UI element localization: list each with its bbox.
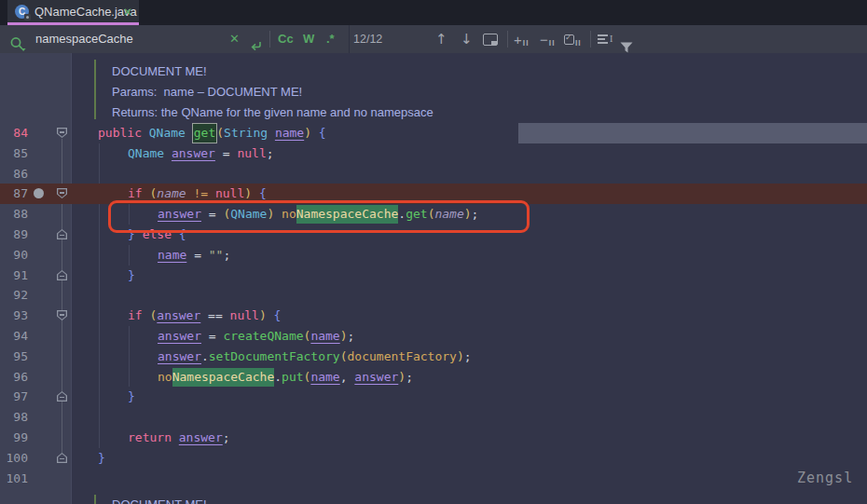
doc-comment-line: Returns: the QName for the given name an…: [112, 102, 434, 123]
indent-guide: [129, 204, 130, 225]
code-line[interactable]: noNamespaceCache.put(name, answer);: [158, 367, 413, 388]
regex-toggle[interactable]: .*: [326, 25, 335, 53]
search-match-highlight: NamespaceCache: [172, 368, 275, 387]
code-line[interactable]: answer.setDocumentFactory(documentFactor…: [158, 347, 472, 367]
code-line[interactable]: public QName get(String name) {: [98, 123, 326, 143]
toolbar-divider: [507, 31, 508, 48]
code-line[interactable]: }: [98, 448, 105, 469]
words-toggle[interactable]: W: [303, 25, 314, 53]
line-number: 98: [0, 407, 28, 428]
doc-comment-line: DOCUMENT ME!: [112, 61, 207, 82]
ide-window: C QNameCache.java ✕ namespaceCache ✕ Cc …: [0, 0, 867, 504]
line-number: 99: [0, 428, 28, 448]
editor-tab-bar: C QNameCache.java ✕: [0, 0, 867, 25]
search-match-highlight: NamespaceCache: [296, 205, 399, 224]
line-number: 84: [0, 123, 28, 143]
match-case-toggle[interactable]: Cc: [278, 25, 294, 53]
line-number: 97: [0, 387, 28, 407]
line-number: 89: [0, 225, 28, 245]
open-in-find-window-icon[interactable]: [483, 34, 498, 46]
fold-up-icon[interactable]: [57, 270, 67, 280]
code-line[interactable]: }: [128, 266, 135, 286]
toolbar-divider: [590, 31, 591, 48]
code-line[interactable]: name = "";: [158, 245, 230, 266]
line-number: 88: [0, 204, 28, 225]
line-number: 90: [0, 245, 28, 266]
line-number: 86: [0, 164, 28, 184]
line-number: 87: [0, 184, 28, 204]
find-toolbar: namespaceCache ✕ Cc W .* 12/12 ↑ ↓ +II −…: [0, 25, 867, 53]
tab-close-icon[interactable]: ✕: [123, 0, 132, 25]
add-occurrence-icon[interactable]: +II: [514, 25, 530, 53]
code-line[interactable]: QName answer = null;: [128, 143, 274, 164]
code-line[interactable]: }: [128, 387, 135, 407]
fold-up-icon[interactable]: [57, 229, 67, 239]
tab-qnamecache[interactable]: C QNameCache.java ✕: [7, 0, 139, 25]
toolbar-divider: [269, 31, 270, 48]
caret-line-highlight: [518, 123, 867, 143]
fold-down-icon[interactable]: [57, 310, 67, 320]
fold-down-icon[interactable]: [57, 128, 67, 138]
code-line[interactable]: if (name != null) {: [128, 184, 267, 204]
java-class-icon: C: [15, 5, 29, 19]
line-number: 91: [0, 266, 28, 286]
tab-title: QNameCache.java: [34, 0, 137, 25]
code-line[interactable]: } else {: [128, 225, 186, 245]
next-occurrence-icon[interactable]: ↓: [461, 25, 473, 53]
breakpoint-dot[interactable]: [34, 188, 44, 198]
indent-guide: [129, 326, 130, 387]
fold-down-icon[interactable]: [57, 188, 67, 198]
search-input[interactable]: namespaceCache: [35, 25, 133, 53]
editor-area[interactable]: DOCUMENT ME! Params: name – DOCUMENT ME!…: [0, 53, 867, 504]
doc-comment-bar: [94, 495, 96, 504]
code-line[interactable]: answer = (QName) noNamespaceCache.get(na…: [158, 204, 478, 225]
doc-comment-bar: [94, 60, 96, 119]
line-number: 92: [0, 285, 28, 306]
line-number: 93: [0, 306, 28, 326]
fold-up-icon[interactable]: [57, 391, 67, 402]
code-line[interactable]: if (answer == null) {: [128, 306, 281, 326]
search-in-selection-icon[interactable]: I: [598, 34, 612, 44]
class-icon-badge: [24, 14, 31, 20]
doc-comment-line-clipped: DOCUMENT ME!: [112, 495, 207, 504]
fold-up-icon[interactable]: [57, 453, 67, 463]
watermark: Zengsl: [797, 470, 853, 486]
doc-comment-line: Params: name – DOCUMENT ME!: [112, 82, 302, 102]
code-line[interactable]: return answer;: [128, 428, 230, 448]
line-number: 96: [0, 367, 28, 388]
clear-search-icon[interactable]: ✕: [229, 25, 240, 53]
line-number: 101: [0, 469, 28, 489]
previous-occurrence-icon[interactable]: ↑: [435, 25, 447, 53]
select-all-occurrences-icon[interactable]: II: [564, 25, 582, 53]
search-field-edge: [349, 25, 350, 53]
remove-occurrence-icon[interactable]: −II: [540, 25, 556, 53]
indent-guide: [129, 245, 130, 266]
match-counter: 12/12: [353, 25, 382, 53]
line-number: 95: [0, 347, 28, 367]
code-line[interactable]: answer = createQName(name);: [158, 326, 354, 347]
line-number: 100: [0, 448, 28, 469]
current-search-match: get: [193, 124, 216, 143]
line-number: 85: [0, 143, 28, 164]
line-number: 94: [0, 326, 28, 347]
